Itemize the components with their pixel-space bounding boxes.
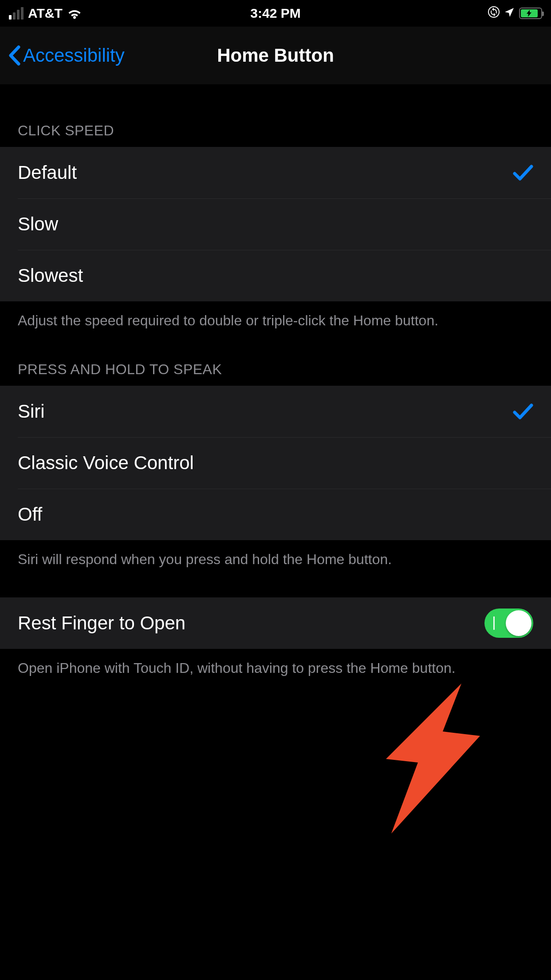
chevron-left-icon bbox=[8, 45, 21, 66]
row-label: Rest Finger to Open bbox=[18, 612, 185, 634]
row-press-hold-off[interactable]: Off bbox=[0, 489, 551, 540]
status-time: 3:42 PM bbox=[250, 6, 300, 21]
group-rest-finger: Rest Finger to Open bbox=[0, 597, 551, 649]
row-label: Slowest bbox=[18, 265, 83, 286]
status-bar: AT&T 3:42 PM bbox=[0, 0, 551, 27]
battery-icon bbox=[519, 8, 542, 19]
cellular-signal-icon bbox=[9, 7, 24, 20]
section-footer-rest-finger: Open iPhone with Touch ID, without havin… bbox=[0, 649, 551, 678]
back-button[interactable]: Accessibility bbox=[0, 45, 125, 66]
row-press-hold-classic[interactable]: Classic Voice Control bbox=[0, 437, 551, 489]
group-press-hold: Siri Classic Voice Control Off bbox=[0, 386, 551, 540]
status-right bbox=[488, 6, 542, 21]
row-label: Classic Voice Control bbox=[18, 452, 194, 474]
rest-finger-toggle[interactable] bbox=[484, 609, 533, 638]
page-title: Home Button bbox=[217, 45, 334, 66]
checkmark-icon bbox=[513, 403, 533, 420]
row-label: Slow bbox=[18, 213, 58, 235]
checkmark-icon bbox=[513, 164, 533, 182]
row-label: Siri bbox=[18, 401, 45, 422]
status-left: AT&T bbox=[9, 6, 82, 21]
group-click-speed: Default Slow Slowest bbox=[0, 147, 551, 301]
row-press-hold-siri[interactable]: Siri bbox=[0, 386, 551, 437]
location-icon bbox=[504, 6, 515, 21]
row-click-speed-slowest[interactable]: Slowest bbox=[0, 250, 551, 301]
annotation-arrow-icon bbox=[368, 679, 484, 841]
row-click-speed-default[interactable]: Default bbox=[0, 147, 551, 198]
carrier-label: AT&T bbox=[28, 6, 63, 21]
row-label: Off bbox=[18, 504, 42, 525]
wifi-icon bbox=[67, 8, 82, 19]
section-header-press-hold: PRESS AND HOLD TO SPEAK bbox=[0, 330, 551, 386]
back-label: Accessibility bbox=[23, 45, 125, 66]
nav-bar: Accessibility Home Button bbox=[0, 27, 551, 84]
section-footer-press-hold: Siri will respond when you press and hol… bbox=[0, 540, 551, 569]
rotation-lock-icon bbox=[488, 6, 500, 21]
row-label: Default bbox=[18, 162, 77, 183]
section-header-click-speed: CLICK SPEED bbox=[0, 84, 551, 147]
row-rest-finger[interactable]: Rest Finger to Open bbox=[0, 597, 551, 649]
section-footer-click-speed: Adjust the speed required to double or t… bbox=[0, 301, 551, 330]
row-click-speed-slow[interactable]: Slow bbox=[0, 198, 551, 250]
